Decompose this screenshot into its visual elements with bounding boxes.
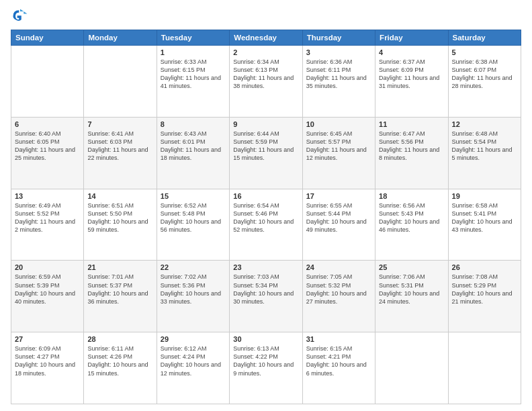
calendar-cell: 25Sunrise: 7:06 AMSunset: 5:31 PMDayligh… — [375, 261, 448, 332]
calendar-cell: 19Sunrise: 6:58 AMSunset: 5:41 PMDayligh… — [448, 189, 521, 261]
day-info: Sunrise: 7:05 AMSunset: 5:32 PMDaylight:… — [306, 273, 371, 306]
calendar-cell: 22Sunrise: 7:02 AMSunset: 5:36 PMDayligh… — [157, 261, 229, 332]
day-number: 14 — [87, 192, 152, 200]
day-info: Sunrise: 6:41 AMSunset: 6:03 PMDaylight:… — [87, 130, 152, 163]
calendar-cell: 7Sunrise: 6:41 AMSunset: 6:03 PMDaylight… — [84, 117, 157, 189]
day-info: Sunrise: 6:56 AMSunset: 5:43 PMDaylight:… — [379, 201, 444, 234]
calendar-cell: 27Sunrise: 6:09 AMSunset: 4:27 PMDayligh… — [11, 332, 84, 404]
calendar-cell: 9Sunrise: 6:44 AMSunset: 5:59 PMDaylight… — [230, 117, 302, 189]
day-info: Sunrise: 6:40 AMSunset: 6:05 PMDaylight:… — [15, 130, 80, 163]
day-number: 1 — [161, 48, 226, 56]
day-info: Sunrise: 6:51 AMSunset: 5:50 PMDaylight:… — [87, 201, 152, 234]
week-row-2: 6Sunrise: 6:40 AMSunset: 6:05 PMDaylight… — [11, 117, 521, 189]
day-info: Sunrise: 7:01 AMSunset: 5:37 PMDaylight:… — [87, 273, 152, 306]
day-info: Sunrise: 7:03 AMSunset: 5:34 PMDaylight:… — [233, 273, 298, 306]
day-info: Sunrise: 7:06 AMSunset: 5:31 PMDaylight:… — [379, 273, 444, 306]
day-number: 29 — [161, 335, 226, 343]
day-info: Sunrise: 6:12 AMSunset: 4:24 PMDaylight:… — [161, 345, 226, 377]
weekday-row: SundayMondayTuesdayWednesdayThursdayFrid… — [11, 30, 521, 46]
calendar-cell: 15Sunrise: 6:52 AMSunset: 5:48 PMDayligh… — [157, 189, 229, 261]
day-number: 22 — [161, 263, 226, 271]
calendar-cell: 29Sunrise: 6:12 AMSunset: 4:24 PMDayligh… — [157, 332, 229, 404]
calendar-cell: 21Sunrise: 7:01 AMSunset: 5:37 PMDayligh… — [84, 261, 157, 332]
header — [11, 7, 521, 26]
day-info: Sunrise: 6:43 AMSunset: 6:01 PMDaylight:… — [161, 130, 226, 163]
weekday-header-wednesday: Wednesday — [230, 30, 302, 46]
logo-icon — [11, 7, 30, 26]
weekday-header-tuesday: Tuesday — [157, 30, 229, 46]
day-number: 11 — [379, 120, 444, 128]
calendar-cell: 13Sunrise: 6:49 AMSunset: 5:52 PMDayligh… — [11, 189, 84, 261]
calendar-cell: 30Sunrise: 6:13 AMSunset: 4:22 PMDayligh… — [230, 332, 302, 404]
day-number: 7 — [87, 120, 152, 128]
day-number: 25 — [379, 263, 444, 271]
day-number: 24 — [306, 263, 371, 271]
calendar-cell: 28Sunrise: 6:11 AMSunset: 4:26 PMDayligh… — [84, 332, 157, 404]
weekday-header-monday: Monday — [84, 30, 157, 46]
day-info: Sunrise: 6:09 AMSunset: 4:27 PMDaylight:… — [15, 345, 80, 377]
day-number: 20 — [15, 263, 80, 271]
calendar-cell: 14Sunrise: 6:51 AMSunset: 5:50 PMDayligh… — [84, 189, 157, 261]
calendar-cell: 20Sunrise: 6:59 AMSunset: 5:39 PMDayligh… — [11, 261, 84, 332]
day-info: Sunrise: 6:54 AMSunset: 5:46 PMDaylight:… — [233, 201, 298, 234]
day-number: 3 — [306, 48, 371, 56]
day-number: 5 — [452, 48, 517, 56]
calendar-cell: 23Sunrise: 7:03 AMSunset: 5:34 PMDayligh… — [230, 261, 302, 332]
page: SundayMondayTuesdayWednesdayThursdayFrid… — [0, 0, 532, 411]
day-number: 18 — [379, 192, 444, 200]
calendar-cell: 1Sunrise: 6:33 AMSunset: 6:15 PMDaylight… — [157, 46, 229, 118]
calendar-cell — [84, 46, 157, 118]
day-info: Sunrise: 6:36 AMSunset: 6:11 PMDaylight:… — [306, 58, 371, 91]
day-info: Sunrise: 6:37 AMSunset: 6:09 PMDaylight:… — [379, 58, 444, 91]
day-number: 17 — [306, 192, 371, 200]
day-number: 30 — [233, 335, 298, 343]
day-number: 8 — [161, 120, 226, 128]
day-number: 26 — [452, 263, 517, 271]
day-number: 9 — [233, 120, 298, 128]
day-info: Sunrise: 6:47 AMSunset: 5:56 PMDaylight:… — [379, 130, 444, 163]
day-number: 15 — [161, 192, 226, 200]
day-number: 13 — [15, 192, 80, 200]
day-number: 28 — [87, 335, 152, 343]
week-row-3: 13Sunrise: 6:49 AMSunset: 5:52 PMDayligh… — [11, 189, 521, 261]
calendar-cell — [448, 332, 521, 404]
day-info: Sunrise: 6:44 AMSunset: 5:59 PMDaylight:… — [233, 130, 298, 163]
day-number: 23 — [233, 263, 298, 271]
day-number: 27 — [15, 335, 80, 343]
day-info: Sunrise: 7:02 AMSunset: 5:36 PMDaylight:… — [161, 273, 226, 306]
day-info: Sunrise: 6:11 AMSunset: 4:26 PMDaylight:… — [87, 345, 152, 377]
day-number: 4 — [379, 48, 444, 56]
calendar-cell — [11, 46, 84, 118]
calendar-cell: 18Sunrise: 6:56 AMSunset: 5:43 PMDayligh… — [375, 189, 448, 261]
calendar-cell: 10Sunrise: 6:45 AMSunset: 5:57 PMDayligh… — [302, 117, 375, 189]
calendar-body: 1Sunrise: 6:33 AMSunset: 6:15 PMDaylight… — [11, 46, 521, 404]
day-number: 21 — [87, 263, 152, 271]
week-row-1: 1Sunrise: 6:33 AMSunset: 6:15 PMDaylight… — [11, 46, 521, 118]
calendar-cell: 24Sunrise: 7:05 AMSunset: 5:32 PMDayligh… — [302, 261, 375, 332]
calendar-cell: 11Sunrise: 6:47 AMSunset: 5:56 PMDayligh… — [375, 117, 448, 189]
day-number: 10 — [306, 120, 371, 128]
day-info: Sunrise: 6:49 AMSunset: 5:52 PMDaylight:… — [15, 201, 80, 234]
calendar-cell: 12Sunrise: 6:48 AMSunset: 5:54 PMDayligh… — [448, 117, 521, 189]
calendar-table: SundayMondayTuesdayWednesdayThursdayFrid… — [11, 30, 521, 404]
calendar-cell: 31Sunrise: 6:15 AMSunset: 4:21 PMDayligh… — [302, 332, 375, 404]
calendar-header: SundayMondayTuesdayWednesdayThursdayFrid… — [11, 30, 521, 46]
calendar-cell: 17Sunrise: 6:55 AMSunset: 5:44 PMDayligh… — [302, 189, 375, 261]
weekday-header-saturday: Saturday — [448, 30, 521, 46]
weekday-header-friday: Friday — [375, 30, 448, 46]
day-info: Sunrise: 6:55 AMSunset: 5:44 PMDaylight:… — [306, 201, 371, 234]
calendar-cell: 5Sunrise: 6:38 AMSunset: 6:07 PMDaylight… — [448, 46, 521, 118]
weekday-header-thursday: Thursday — [302, 30, 375, 46]
day-info: Sunrise: 6:13 AMSunset: 4:22 PMDaylight:… — [233, 345, 298, 377]
day-info: Sunrise: 6:52 AMSunset: 5:48 PMDaylight:… — [161, 201, 226, 234]
day-info: Sunrise: 6:33 AMSunset: 6:15 PMDaylight:… — [161, 58, 226, 91]
day-info: Sunrise: 6:38 AMSunset: 6:07 PMDaylight:… — [452, 58, 517, 91]
day-info: Sunrise: 6:45 AMSunset: 5:57 PMDaylight:… — [306, 130, 371, 163]
calendar-cell: 3Sunrise: 6:36 AMSunset: 6:11 PMDaylight… — [302, 46, 375, 118]
calendar-cell: 6Sunrise: 6:40 AMSunset: 6:05 PMDaylight… — [11, 117, 84, 189]
day-info: Sunrise: 7:08 AMSunset: 5:29 PMDaylight:… — [452, 273, 517, 306]
day-number: 19 — [452, 192, 517, 200]
calendar-cell: 8Sunrise: 6:43 AMSunset: 6:01 PMDaylight… — [157, 117, 229, 189]
calendar-cell: 16Sunrise: 6:54 AMSunset: 5:46 PMDayligh… — [230, 189, 302, 261]
day-number: 2 — [233, 48, 298, 56]
